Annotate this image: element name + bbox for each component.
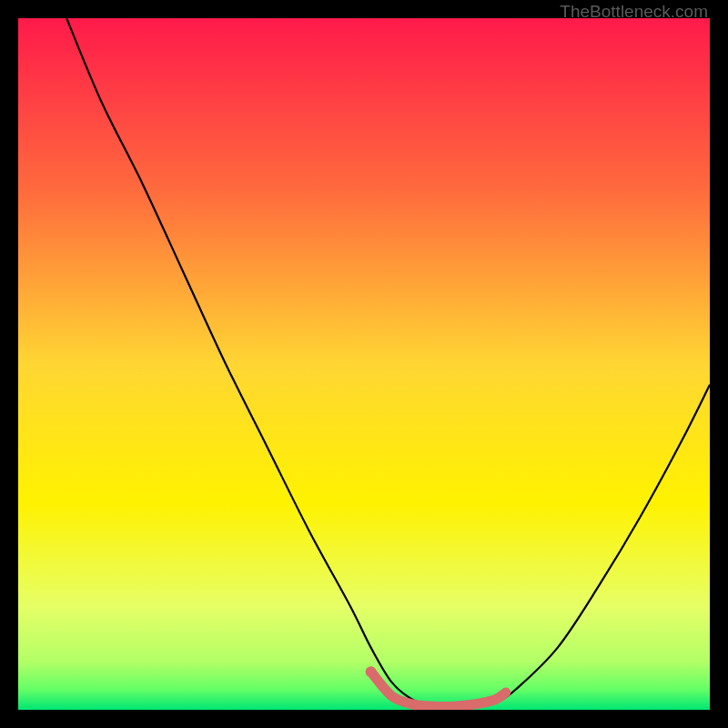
curve-layer	[18, 18, 710, 710]
plot-area	[18, 18, 710, 710]
highlight-dot	[366, 666, 377, 677]
optimal-range-highlight	[371, 672, 506, 706]
bottleneck-chart: TheBottleneck.com	[0, 0, 728, 728]
bottleneck-curve	[66, 18, 710, 707]
